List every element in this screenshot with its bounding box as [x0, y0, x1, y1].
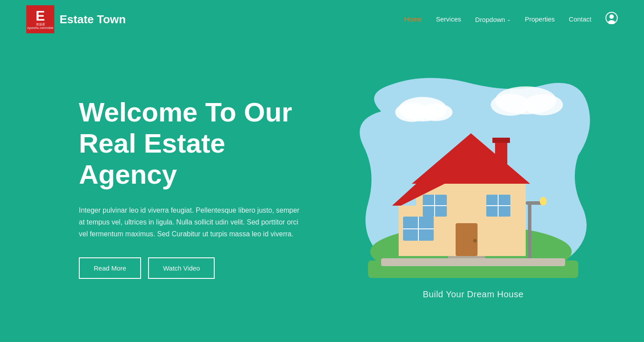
nav-item-home[interactable]: Home	[404, 15, 422, 23]
logo-area: E 资源君 eyunzhu.com/vdisk Estate Town	[26, 5, 126, 33]
logo-subtext: 资源君	[36, 23, 45, 26]
nav-link-contact[interactable]: Contact	[569, 15, 591, 23]
logo-badge: E 资源君 eyunzhu.com/vdisk	[26, 5, 54, 33]
logo-subtext2: eyunzhu.com/vdisk	[27, 26, 53, 30]
house-illustration	[355, 76, 591, 282]
svg-rect-32	[381, 258, 565, 266]
site-name: Estate Town	[60, 13, 126, 26]
svg-point-2	[608, 20, 615, 24]
nav-item-dropdown[interactable]: Dropdown ⌄	[475, 16, 511, 23]
nav-item-user[interactable]	[605, 12, 618, 27]
navbar: E 资源君 eyunzhu.com/vdisk Estate Town Home…	[0, 0, 644, 39]
svg-point-19	[473, 239, 477, 242]
svg-point-31	[540, 197, 547, 206]
user-icon-button[interactable]	[605, 12, 618, 27]
svg-point-8	[524, 94, 563, 115]
svg-point-1	[609, 14, 614, 19]
blob-background	[355, 76, 591, 282]
chevron-down-icon: ⌄	[507, 17, 511, 22]
dream-caption: Build Your Dream House	[423, 289, 524, 299]
nav-link-properties[interactable]: Properties	[525, 15, 555, 23]
hero-left: Welcome To Our Real Estate Agency Intege…	[79, 96, 324, 279]
watch-video-button[interactable]: Watch Video	[148, 257, 215, 279]
hero-description: Integer pulvinar leo id viverra feugiat.…	[79, 204, 307, 240]
logo-letter: E	[35, 9, 45, 23]
nav-item-contact[interactable]: Contact	[569, 15, 591, 23]
hero-title: Welcome To Our Real Estate Agency	[79, 96, 324, 190]
svg-rect-16	[495, 140, 507, 168]
read-more-button[interactable]: Read More	[79, 257, 141, 279]
nav-link-home[interactable]: Home	[404, 15, 422, 23]
nav-item-services[interactable]: Services	[436, 15, 461, 23]
nav-link-services[interactable]: Services	[436, 15, 461, 23]
svg-rect-17	[492, 138, 510, 143]
nav-item-properties[interactable]: Properties	[525, 15, 555, 23]
svg-rect-29	[528, 203, 531, 260]
nav-link-dropdown[interactable]: Dropdown ⌄	[475, 16, 511, 23]
hero-section: Welcome To Our Real Estate Agency Intege…	[0, 39, 644, 337]
nav-links: Home Services Dropdown ⌄ Properties Cont…	[404, 12, 618, 27]
svg-point-5	[419, 103, 453, 121]
hero-buttons: Read More Watch Video	[79, 257, 324, 279]
user-icon	[605, 12, 618, 24]
hero-right: Build Your Dream House	[355, 76, 591, 299]
